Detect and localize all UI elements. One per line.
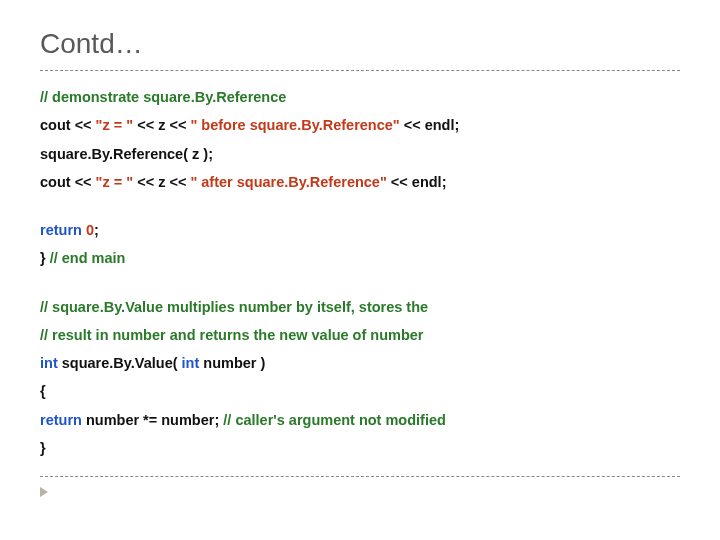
code-block: // demonstrate square.By.Reference cout … bbox=[40, 83, 680, 462]
code-line: // square.By.Value multiplies number by … bbox=[40, 293, 680, 321]
code-line: // demonstrate square.By.Reference bbox=[40, 83, 680, 111]
top-divider bbox=[40, 70, 680, 71]
bottom-divider bbox=[40, 476, 680, 477]
code-line: int square.By.Value( int number ) bbox=[40, 349, 680, 377]
code-line: square.By.Reference( z ); bbox=[40, 140, 680, 168]
bullet-icon bbox=[40, 487, 48, 497]
code-line: return number *= number; // caller's arg… bbox=[40, 406, 680, 434]
code-line: } bbox=[40, 434, 680, 462]
code-line: } // end main bbox=[40, 244, 680, 272]
slide-title: Contd… bbox=[40, 28, 680, 60]
code-line: // result in number and returns the new … bbox=[40, 321, 680, 349]
comment: // demonstrate square.By.Reference bbox=[40, 89, 286, 105]
code-line: return 0; bbox=[40, 216, 680, 244]
code-line: cout << "z = " << z << " before square.B… bbox=[40, 111, 680, 139]
code-line: { bbox=[40, 377, 680, 405]
code-line: cout << "z = " << z << " after square.By… bbox=[40, 168, 680, 196]
